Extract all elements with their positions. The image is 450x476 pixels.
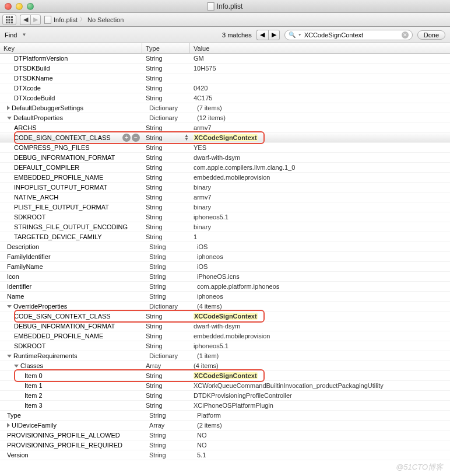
chevron-down-icon[interactable]: ▼ [298,33,302,37]
type-cell[interactable]: String [146,293,194,300]
key-cell[interactable]: UIDeviceFamily [3,422,146,429]
type-cell[interactable]: String [142,313,190,320]
value-cell[interactable]: binary [190,223,450,230]
table-row[interactable]: CODE_SIGN_CONTEXT_CLASSStringXCCodeSignC… [0,312,450,321]
minimize-button[interactable] [16,3,23,10]
key-cell[interactable]: DTPlatformVersion [0,55,142,62]
value-cell[interactable]: binary [190,184,450,191]
type-cell[interactable]: String [146,412,194,419]
value-cell[interactable]: binary [190,204,450,211]
value-cell[interactable]: 1 [190,233,450,240]
type-cell[interactable]: Dictionary [146,114,194,121]
table-row[interactable]: DescriptionStringiOS [0,242,450,252]
value-cell[interactable]: embedded.mobileprovision [190,332,450,340]
type-cell[interactable]: Dictionary [146,104,194,111]
type-cell[interactable]: String [142,174,190,181]
add-button[interactable]: + [122,134,131,142]
table-row[interactable]: COMPRESS_PNG_FILESStringYES [0,143,450,153]
key-cell[interactable]: Classes [0,362,142,369]
key-cell[interactable]: SDKROOT [0,214,142,220]
type-cell[interactable]: String [142,65,190,72]
key-cell[interactable]: FamilyIdentifier [3,253,146,260]
table-row[interactable]: SDKROOTStringiphoneos5.1 [0,341,450,351]
value-cell[interactable]: (2 items) [194,422,450,429]
type-cell[interactable]: String▲▼ [142,134,190,141]
value-cell[interactable]: (7 items) [194,104,450,111]
table-row[interactable]: RuntimeRequirementsDictionary(1 item) [0,351,450,361]
value-cell[interactable]: Platform [194,412,450,419]
type-cell[interactable]: String [142,144,190,151]
value-cell[interactable]: NO [194,432,450,439]
key-cell[interactable]: PLIST_FILE_OUTPUT_FORMAT [0,204,142,211]
value-cell[interactable]: armv7 [190,194,450,201]
key-cell[interactable]: Item 0 [0,372,142,379]
key-cell[interactable]: EMBEDDED_PROFILE_NAME [0,332,142,340]
value-cell[interactable]: 5.1 [194,452,450,459]
clear-search-button[interactable]: ✕ [402,32,409,38]
key-cell[interactable]: DEFAULT_COMPILER [0,164,142,171]
key-cell[interactable]: TARGETED_DEVICE_FAMILY [0,233,142,240]
key-cell[interactable]: DefaultProperties [3,114,146,121]
key-cell[interactable]: PROVISIONING_PROFILE_ALLOWED [3,432,146,439]
type-cell[interactable]: String [142,223,190,230]
key-cell[interactable]: DefaultDebuggerSettings [3,104,146,111]
find-next-button[interactable]: ▶ [268,30,280,40]
find-label[interactable]: Find [5,32,17,38]
table-row[interactable]: PLIST_FILE_OUTPUT_FORMATStringbinary [0,202,450,212]
plist-table[interactable]: DTPlatformVersionStringGMDTSDKBuildStrin… [0,54,450,476]
table-row[interactable]: STRINGS_FILE_OUTPUT_ENCODINGStringbinary [0,222,450,232]
breadcrumb-file[interactable]: Info.plist [54,16,78,23]
type-cell[interactable]: String [142,392,190,399]
table-row[interactable]: TARGETED_DEVICE_FAMILYString1 [0,232,450,242]
key-cell[interactable]: NATIVE_ARCH [0,194,142,201]
table-row[interactable]: EMBEDDED_PROFILE_NAMEStringembedded.mobi… [0,173,450,183]
value-cell[interactable]: iPhoneOS.icns [194,273,450,280]
key-cell[interactable]: DTSDKBuild [0,65,142,72]
table-row[interactable]: DEBUG_INFORMATION_FORMATStringdwarf-with… [0,153,450,163]
disclosure-triangle[interactable] [7,117,12,120]
type-cell[interactable]: String [142,372,190,379]
value-cell[interactable]: (4 items) [194,303,450,310]
key-cell[interactable]: Item 3 [0,402,142,409]
type-cell[interactable]: String [146,442,194,449]
table-row[interactable]: DEBUG_INFORMATION_FORMATStringdwarf-with… [0,321,450,331]
table-row[interactable]: FamilyIdentifierStringiphoneos [0,252,450,262]
table-row[interactable]: IconStringiPhoneOS.icns [0,272,450,282]
value-cell[interactable]: com.apple.compilers.llvm.clang.1_0 [190,164,450,171]
value-cell[interactable]: com.apple.platform.iphoneos [194,283,450,290]
table-row[interactable]: PROVISIONING_PROFILE_ALLOWEDStringNO [0,430,450,440]
search-input[interactable] [304,32,399,38]
key-cell[interactable]: Item 1 [0,382,142,389]
type-cell[interactable]: String [146,432,194,439]
table-row[interactable]: TypeStringPlatform [0,411,450,421]
value-cell[interactable]: (4 items) [190,362,450,369]
value-cell[interactable]: iphoneos5.1 [190,214,450,220]
table-row[interactable]: DTSDKBuildString10H575 [0,64,450,74]
table-row[interactable]: NATIVE_ARCHStringarmv7 [0,192,450,202]
type-cell[interactable]: String [142,323,190,330]
type-cell[interactable]: String [142,75,190,82]
table-row[interactable]: Item 2StringDTDKProvisioningProfileContr… [0,391,450,401]
table-row[interactable]: PROVISIONING_PROFILE_REQUIREDStringNO [0,440,450,450]
table-row[interactable]: OverridePropertiesDictionary(4 items) [0,302,450,312]
value-cell[interactable]: XCCodeSignContext [190,372,450,379]
table-row[interactable]: SDKROOTStringiphoneos5.1 [0,212,450,222]
column-header-type[interactable]: Type [142,43,190,53]
type-cell[interactable]: String [142,85,190,92]
type-cell[interactable]: String [142,332,190,340]
value-cell[interactable]: 10H575 [190,65,450,72]
value-cell[interactable]: GM [190,55,450,62]
type-cell[interactable]: String [142,382,190,389]
type-cell[interactable]: Dictionary [146,303,194,310]
value-cell[interactable]: armv7 [190,124,450,131]
key-cell[interactable]: Name [3,293,146,300]
type-cell[interactable]: String [146,263,194,270]
table-row[interactable]: ClassesArray(4 items) [0,361,450,371]
type-cell[interactable]: String [142,204,190,211]
remove-button[interactable]: − [132,134,140,142]
done-button[interactable]: Done [417,30,445,40]
key-cell[interactable]: Identifier [3,283,146,290]
table-row[interactable]: Item 3StringXCiPhoneOSPlatformPlugin [0,401,450,411]
table-row[interactable]: ARCHSStringarmv7 [0,123,450,133]
value-cell[interactable]: YES [190,144,450,151]
